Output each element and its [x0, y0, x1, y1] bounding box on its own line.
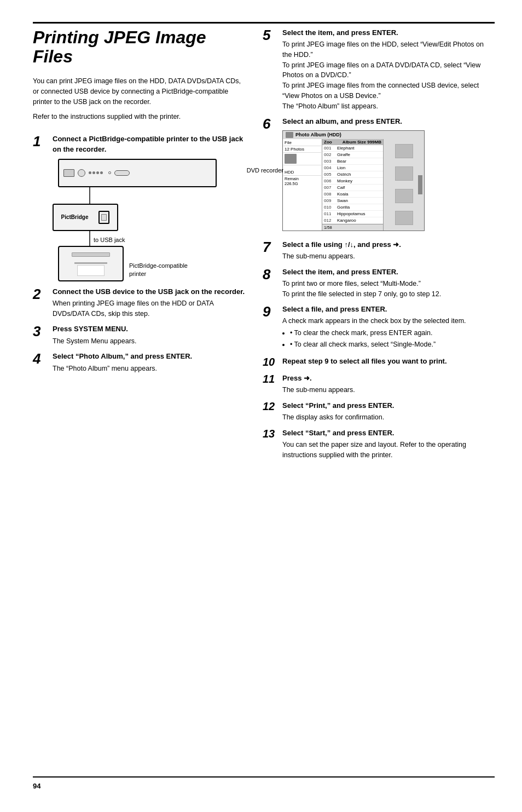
step-4-title: Select “Photo Album,” and press ENTER. [53, 352, 192, 361]
step-7-body: The sub-menu appears. [282, 251, 401, 262]
step-6-number: 6 [263, 117, 278, 131]
step-12-body: The display asks for confirmation. [282, 412, 394, 423]
step-8-title: Select the item, and press ENTER. [282, 267, 441, 277]
album-list-row: 010Gorilla [322, 204, 383, 211]
album-sidebar-file: File [285, 140, 292, 145]
album-list-row: 003Bear [322, 158, 383, 165]
step-13: 13 Select “Start,” and press ENTER. You … [263, 428, 495, 460]
step-3-body: The System Menu appears. [53, 336, 137, 347]
dvd-recorder-label: DVD recorder [247, 167, 283, 174]
album-title: Photo Album (HDD) [295, 132, 341, 137]
step-11: 11 Press ➜. The sub-menu appears. [263, 373, 495, 395]
bottom-rule [33, 776, 495, 778]
step-11-number: 11 [263, 373, 278, 384]
step-9: 9 Select a file, and press ENTER. A chec… [263, 304, 495, 350]
album-list-row: 006Monkey [322, 178, 383, 185]
printer-diagram: PictBridge-compatibleprinter [58, 246, 124, 281]
album-remain: Remain226.5G [283, 176, 321, 187]
step-5: 5 Select the item, and press ENTER. To p… [263, 28, 495, 111]
step-12-title: Select “Print,” and press ENTER. [282, 401, 394, 411]
step-10-title: Repeat step 9 to select all files you wa… [282, 356, 447, 366]
step-1-title: Connect a PictBridge-compatible printer … [53, 134, 246, 154]
step-8-body: To print two or more files, select “Mult… [282, 279, 441, 300]
step-6-title: Select an album, and press ENTER. [282, 117, 425, 126]
step-5-title: Select the item, and press ENTER. [282, 28, 495, 38]
step-9-title: Select a file, and press ENTER. [282, 304, 466, 314]
intro-paragraph-2: Refer to the instructions supplied with … [33, 112, 246, 122]
top-rule [33, 22, 495, 24]
album-hdd: HDD [283, 165, 321, 176]
step-3: 3 Press SYSTEM MENU. The System Menu app… [33, 324, 246, 346]
step-7-title: Select a file using ↑/↓, and press ➜. [282, 240, 401, 250]
album-12photos: 12 Photos [283, 146, 321, 153]
album-list-row: 004Lion [322, 165, 383, 171]
step-4-number: 4 [33, 352, 48, 366]
album-list-row: 008Koala [322, 191, 383, 198]
album-list-row: 005Ostrich [322, 171, 383, 178]
step-5-number: 5 [263, 28, 278, 42]
pictbridge-label: PictBridge [61, 214, 88, 220]
step-12: 12 Select “Print,” and press ENTER. The … [263, 401, 495, 423]
album-list-row: 007Calf [322, 185, 383, 191]
step-9-bullet-1: • To clear the check mark, press ENTER a… [290, 328, 466, 338]
step-1: 1 Connect a PictBridge-compatible printe… [33, 134, 246, 281]
step-4: 4 Select “Photo Album,” and press ENTER.… [33, 352, 246, 373]
intro-paragraph-1: You can print JPEG image files on the HD… [33, 76, 246, 107]
step-3-title: Press SYSTEM MENU. [53, 324, 137, 334]
usb-jack-label: to USB jack [94, 237, 125, 243]
printer-label: PictBridge-compatibleprinter [129, 262, 200, 279]
album-list-row: 009Swan [322, 198, 383, 204]
step-3-number: 3 [33, 324, 48, 338]
step-4-body: The “Photo Album” menu appears. [53, 364, 192, 374]
step-9-bullet-2: • To clear all check marks, select “Sing… [290, 339, 466, 350]
album-size: Album Size 999MB [343, 140, 381, 145]
pictbridge-box: PictBridge [53, 204, 118, 231]
step-11-body: The sub-menu appears. [282, 385, 355, 395]
step-9-number: 9 [263, 304, 278, 319]
album-name: Zoo [324, 140, 332, 145]
step-13-number: 13 [263, 428, 278, 439]
step-7: 7 Select a file using ↑/↓, and press ➜. … [263, 240, 495, 262]
page-title: Printing JPEG Image Files [33, 28, 246, 66]
step-8-number: 8 [263, 267, 278, 281]
page-number: 94 [33, 782, 495, 790]
album-list-row: 011Hippopotamus [322, 211, 383, 217]
step-2-number: 2 [33, 287, 48, 301]
step-10-number: 10 [263, 356, 278, 367]
step-13-body: You can set the paper size and layout. R… [282, 440, 495, 460]
step-5-body: To print JPEG image files on the HDD, se… [282, 39, 495, 111]
step-11-title: Press ➜. [282, 373, 355, 383]
left-column: Printing JPEG Image Files You can print … [33, 28, 246, 776]
album-page-indicator: 1/58 [324, 225, 332, 230]
right-column: 5 Select the item, and press ENTER. To p… [263, 28, 495, 776]
cable-1 [89, 187, 90, 204]
step-1-number: 1 [33, 134, 48, 148]
step-2-title: Connect the USB device to the USB jack o… [53, 287, 246, 297]
step-2-body: When printing JPEG image files on the HD… [53, 298, 246, 319]
album-list: 001Elephant002Giraffe003Bear004Lion005Os… [322, 145, 383, 224]
step-2: 2 Connect the USB device to the USB jack… [33, 287, 246, 319]
album-screenshot: Photo Album (HDD) File 12 Photos [282, 130, 425, 231]
step-13-title: Select “Start,” and press ENTER. [282, 428, 495, 438]
step-12-number: 12 [263, 401, 278, 412]
step-8: 8 Select the item, and press ENTER. To p… [263, 267, 495, 300]
dvd-recorder-diagram [58, 159, 217, 187]
step-7-number: 7 [263, 240, 278, 254]
step-9-body: A check mark appears in the check box by… [282, 316, 466, 349]
album-list-row: 012Kangaroo [322, 217, 383, 224]
step-6: 6 Select an album, and press ENTER. Phot… [263, 117, 495, 234]
album-list-row: 001Elephant [322, 145, 383, 152]
step-10: 10 Repeat step 9 to select all files you… [263, 356, 495, 368]
album-list-row: 002Giraffe [322, 152, 383, 158]
